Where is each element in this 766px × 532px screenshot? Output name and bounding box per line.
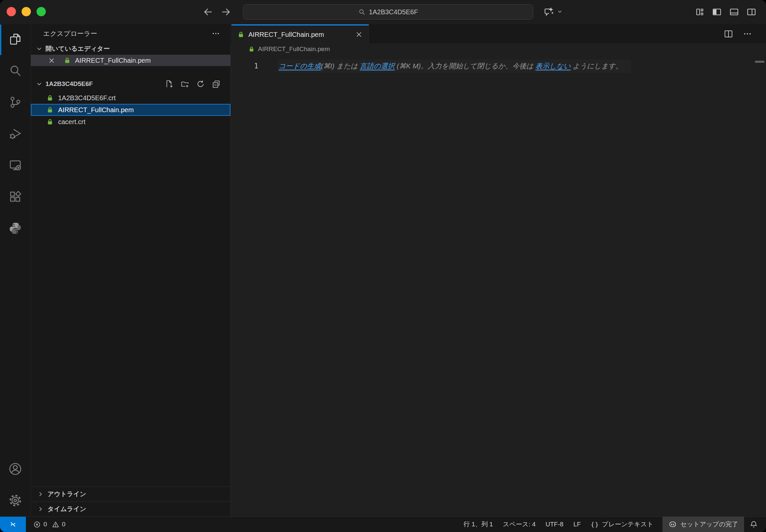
encoding-button[interactable]: UTF-8	[541, 517, 569, 532]
arrow-right-icon	[220, 7, 231, 17]
source-control-icon	[9, 96, 22, 109]
hint-text: (⌘I)	[321, 62, 334, 70]
close-editor-button[interactable]	[48, 57, 55, 64]
open-editors-section-header[interactable]: 開いているエディター	[31, 43, 230, 55]
navigate-forward-button[interactable]	[220, 6, 232, 18]
editor-line-1[interactable]: 1 コードの生成(⌘I) または 言語の選択 (⌘K M)。入力を開始して閉じる…	[231, 59, 766, 73]
tab-airrect-fullchain[interactable]: AIRRECT_FullChain.pem	[231, 24, 369, 43]
collapse-all-icon[interactable]	[212, 80, 220, 88]
more-horizontal-icon[interactable]	[743, 29, 752, 38]
accounts-button[interactable]	[0, 461, 31, 477]
timeline-section-header[interactable]: タイムライン	[31, 501, 230, 516]
generate-code-link[interactable]: コードの生成	[278, 62, 321, 70]
navigate-back-button[interactable]	[202, 6, 214, 18]
more-actions-button[interactable]	[211, 29, 220, 38]
sidebar-title: エクスプローラー	[43, 29, 97, 38]
copilot-chat-button[interactable]	[543, 6, 563, 17]
activity-bar	[0, 24, 31, 516]
gear-icon	[8, 494, 22, 507]
warnings-icon	[52, 521, 59, 528]
warnings-count: 0	[62, 521, 66, 528]
toggle-panel-icon[interactable]	[729, 7, 739, 17]
minimize-window-button[interactable]	[22, 7, 31, 16]
python-icon	[9, 222, 22, 235]
tree-item-pem-selected[interactable]: AIRRECT_FullChain.pem	[31, 104, 230, 116]
breadcrumb[interactable]: AIRRECT_FullChain.pem	[231, 43, 766, 55]
readonly-lock-icon	[46, 118, 53, 125]
editor-placeholder-hint: コードの生成(⌘I) または 言語の選択 (⌘K M)。入力を開始して閉じるか、…	[278, 59, 631, 73]
zoom-window-button[interactable]	[37, 7, 46, 16]
close-window-button[interactable]	[7, 7, 16, 16]
close-tab-button[interactable]	[355, 31, 362, 38]
hint-text: ようにします。	[571, 62, 623, 70]
status-right: 行 1、列 1 スペース: 4 UTF-8 LF {} プレーンテキスト セット…	[459, 517, 766, 532]
editor-actions	[724, 24, 752, 43]
explorer-sidebar: エクスプローラー 開いているエディター AIRRECT_FullChain.pe…	[31, 24, 231, 516]
layout-controls	[695, 7, 756, 17]
timeline-label: タイムライン	[47, 505, 86, 513]
sidebar-item-run-debug[interactable]	[0, 126, 31, 142]
refresh-icon[interactable]	[196, 80, 205, 88]
sidebar-item-remote-explorer[interactable]	[0, 157, 31, 173]
readonly-lock-icon	[248, 46, 255, 52]
problems-button[interactable]: 0 0	[33, 521, 67, 528]
choose-language-link[interactable]: 言語の選択	[359, 62, 395, 70]
copilot-setup-label: セットアップの完了	[680, 520, 738, 529]
close-icon	[48, 57, 55, 64]
sidebar-header: エクスプローラー	[31, 24, 230, 43]
toggle-secondary-sidebar-icon[interactable]	[746, 7, 756, 17]
split-editor-icon[interactable]	[724, 29, 733, 39]
outline-section-header[interactable]: アウトライン	[31, 487, 230, 501]
command-center-search[interactable]: 1A2B3C4D5E6F	[243, 4, 533, 20]
search-icon	[358, 8, 365, 16]
sidebar-item-search[interactable]	[0, 63, 31, 79]
tab-bar: AIRRECT_FullChain.pem	[231, 24, 766, 43]
errors-count: 0	[43, 521, 47, 528]
tab-label: AIRRECT_FullChain.pem	[248, 31, 324, 38]
folder-section-header[interactable]: 1A2B3C4D5E6F	[31, 78, 230, 90]
new-file-icon[interactable]	[165, 80, 174, 88]
file-name: 1A2B3C4D5E6F.crt	[58, 94, 115, 102]
indentation-button[interactable]: スペース: 4	[498, 517, 541, 532]
tree-item-cacert[interactable]: cacert.crt	[31, 116, 230, 128]
line-number: 1	[231, 59, 278, 73]
language-label: プレーンテキスト	[602, 520, 653, 529]
sidebar-item-explorer[interactable]	[0, 31, 31, 47]
more-horizontal-icon	[211, 29, 220, 38]
chevron-right-icon	[37, 491, 44, 498]
notifications-button[interactable]	[744, 517, 766, 532]
remote-explorer-icon	[9, 159, 22, 172]
copilot-setup-button[interactable]: セットアップの完了	[662, 517, 744, 532]
folder-actions	[165, 80, 220, 88]
overview-ruler-cursor	[755, 61, 764, 63]
errors-icon	[33, 521, 41, 528]
close-icon	[355, 31, 362, 38]
braces-icon: {}	[591, 521, 599, 528]
copilot-chat-icon	[543, 6, 554, 17]
remote-indicator-button[interactable]	[0, 517, 26, 532]
readonly-lock-icon	[46, 107, 53, 114]
file-tree: 1A2B3C4D5E6F.crt AIRRECT_FullChain.pem c…	[31, 92, 230, 128]
workbench: エクスプローラー 開いているエディター AIRRECT_FullChain.pe…	[0, 24, 766, 516]
new-folder-icon[interactable]	[181, 80, 189, 88]
eol-button[interactable]: LF	[569, 517, 586, 532]
search-value: 1A2B3C4D5E6F	[369, 8, 418, 16]
remote-icon	[9, 520, 17, 529]
language-mode-button[interactable]: {} プレーンテキスト	[586, 517, 658, 532]
tree-item-crt[interactable]: 1A2B3C4D5E6F.crt	[31, 92, 230, 104]
chevron-down-icon[interactable]	[557, 9, 563, 15]
sidebar-item-source-control[interactable]	[0, 94, 31, 110]
file-name: cacert.crt	[58, 118, 85, 126]
settings-button[interactable]	[0, 493, 31, 508]
toggle-primary-sidebar-icon[interactable]	[712, 7, 722, 17]
arrow-left-icon	[203, 7, 213, 17]
copilot-icon	[668, 520, 677, 529]
sidebar-item-extensions[interactable]	[0, 189, 31, 205]
open-editors-label: 開いているエディター	[45, 44, 110, 53]
cursor-position-button[interactable]: 行 1、列 1	[459, 517, 498, 532]
open-editor-item[interactable]: AIRRECT_FullChain.pem	[31, 55, 230, 66]
sidebar-item-python[interactable]	[0, 220, 31, 236]
customize-layout-icon[interactable]	[695, 7, 705, 17]
dont-show-link[interactable]: 表示しない	[535, 62, 571, 70]
breadcrumb-item[interactable]: AIRRECT_FullChain.pem	[258, 45, 330, 53]
